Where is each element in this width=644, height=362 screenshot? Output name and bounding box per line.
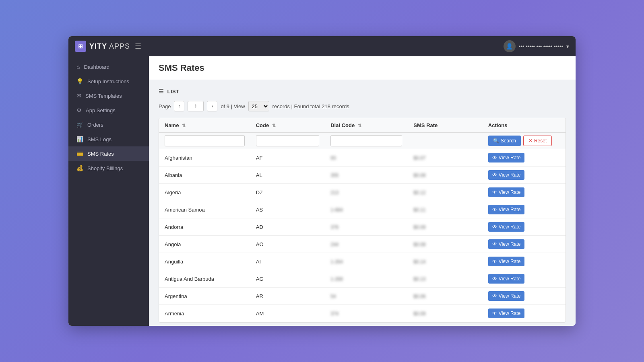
list-icon: ☰ [159, 88, 164, 95]
eye-icon: 👁 [492, 189, 497, 195]
cell-sms-rate: $0.14 [408, 253, 483, 270]
next-page-button[interactable]: › [207, 101, 217, 111]
sidebar: ⌂ Dashboard 💡 Setup Instructions ✉ SMS T… [68, 56, 149, 326]
sidebar-item-shopify-billings[interactable]: 💰 Shopify Billings [68, 161, 149, 175]
page-body: ☰ LIST Page ‹ › of 9 | View 10 25 50 100 [149, 80, 576, 326]
page-number-input[interactable] [188, 101, 204, 111]
table-row: ArmeniaAM374$0.09👁 View Rate [159, 305, 566, 322]
cell-actions: 👁 View Rate [483, 184, 566, 201]
th-code: Code ⇅ [250, 118, 325, 133]
search-icon: 🔍 [493, 138, 499, 144]
sidebar-item-app-settings[interactable]: ⚙ App Settings [68, 103, 149, 117]
cell-code: AL [250, 167, 325, 184]
page-header: SMS Rates [149, 56, 576, 80]
filter-name-cell [159, 133, 250, 149]
table-row: AlgeriaDZ213$0.12👁 View Rate [159, 184, 566, 201]
view-rate-button[interactable]: 👁 View Rate [488, 170, 524, 180]
filter-code-cell [250, 133, 325, 149]
prev-page-button[interactable]: ‹ [174, 101, 184, 111]
eye-icon: 👁 [492, 241, 497, 247]
eye-icon: 👁 [492, 207, 497, 212]
sidebar-item-sms-templates[interactable]: ✉ SMS Templates [68, 88, 149, 103]
sidebar-item-setup-instructions[interactable]: 💡 Setup Instructions [68, 74, 149, 88]
eye-icon: 👁 [492, 172, 497, 178]
view-rate-button[interactable]: 👁 View Rate [488, 205, 524, 214]
table-body: AfghanistanAF93$0.07👁 View RateAlbaniaAL… [159, 149, 566, 322]
user-label: ••• ••••• ••• ••••• ••••• [519, 43, 563, 49]
filter-code-input[interactable] [256, 135, 320, 146]
page-label: Page [159, 103, 171, 109]
cell-code: AF [250, 149, 325, 167]
logo-text: YITY APPS [89, 42, 130, 51]
sms-rates-table: Name ⇅ Code ⇅ Dial Code ⇅ [159, 118, 566, 322]
view-rate-button[interactable]: 👁 View Rate [488, 187, 524, 197]
filter-name-input[interactable] [165, 135, 245, 146]
envelope-icon: ✉ [76, 93, 81, 99]
table-row: AngolaAO244$0.08👁 View Rate [159, 236, 566, 253]
reset-button[interactable]: ✕ Reset [523, 136, 552, 146]
cell-code: AI [250, 253, 325, 270]
view-rate-button[interactable]: 👁 View Rate [488, 239, 524, 249]
sidebar-item-sms-logs[interactable]: 📊 SMS Logs [68, 132, 149, 146]
pagination-bar: Page ‹ › of 9 | View 10 25 50 100 record… [159, 101, 566, 111]
eye-icon: 👁 [492, 276, 497, 282]
cell-code: DZ [250, 184, 325, 201]
sort-code-icon[interactable]: ⇅ [272, 123, 276, 128]
th-sms-rate: SMS Rate [408, 118, 483, 133]
eye-icon: 👁 [492, 155, 497, 160]
lightbulb-icon: 💡 [76, 78, 83, 84]
list-label: LIST [167, 88, 180, 95]
view-rate-button[interactable]: 👁 View Rate [488, 274, 524, 284]
cell-name: American Samoa [159, 201, 250, 218]
logo: ⊞ YITY APPS [75, 41, 130, 52]
list-header: ☰ LIST [159, 88, 566, 95]
cell-dial-code: 1-268 [325, 270, 408, 288]
cart-icon: 🛒 [76, 121, 83, 128]
view-rate-button[interactable]: 👁 View Rate [488, 153, 524, 162]
topbar: ⊞ YITY APPS ☰ 👤 ••• ••••• ••• ••••• ••••… [68, 36, 576, 56]
sidebar-item-orders[interactable]: 🛒 Orders [68, 117, 149, 132]
dropdown-icon[interactable]: ▾ [566, 43, 569, 49]
cell-name: Afghanistan [159, 149, 250, 167]
eye-icon: 👁 [492, 311, 497, 316]
table-row: Antigua And BarbudaAG1-268$0.13👁 View Ra… [159, 270, 566, 288]
th-dial-code: Dial Code ⇅ [325, 118, 408, 133]
cell-code: AM [250, 305, 325, 322]
filter-actions-cell: 🔍 Search ✕ Reset [483, 133, 566, 149]
table-row: American SamoaAS1-684$0.11👁 View Rate [159, 201, 566, 218]
table-container: Name ⇅ Code ⇅ Dial Code ⇅ [159, 118, 566, 323]
view-rate-button[interactable]: 👁 View Rate [488, 257, 524, 266]
table-row: AndorraAD376$0.09👁 View Rate [159, 218, 566, 236]
cell-name: Angola [159, 236, 250, 253]
sort-name-icon[interactable]: ⇅ [182, 123, 186, 128]
page-title: SMS Rates [159, 63, 566, 73]
filter-actions: 🔍 Search ✕ Reset [488, 136, 560, 146]
cell-dial-code: 1-684 [325, 201, 408, 218]
filter-dial-input[interactable] [330, 135, 402, 146]
per-page-select[interactable]: 10 25 50 100 [248, 101, 269, 111]
view-rate-button[interactable]: 👁 View Rate [488, 291, 524, 301]
sort-dial-icon[interactable]: ⇅ [358, 123, 361, 128]
cell-actions: 👁 View Rate [483, 288, 566, 305]
filter-dial-cell [325, 133, 408, 149]
cell-sms-rate: $0.13 [408, 270, 483, 288]
cell-sms-rate: $0.08 [408, 167, 483, 184]
cell-dial-code: 54 [325, 288, 408, 305]
of-label: of 9 | View [221, 103, 245, 109]
search-button[interactable]: 🔍 Search [488, 136, 521, 146]
cell-actions: 👁 View Rate [483, 149, 566, 167]
hamburger-icon[interactable]: ☰ [135, 42, 141, 51]
sidebar-item-sms-rates[interactable]: 💳 SMS Rates [68, 146, 149, 161]
cell-dial-code: 213 [325, 184, 408, 201]
cell-name: Andorra [159, 218, 250, 236]
view-rate-button[interactable]: 👁 View Rate [488, 309, 524, 318]
view-rate-button[interactable]: 👁 View Rate [488, 222, 524, 232]
cell-name: Armenia [159, 305, 250, 322]
th-actions: Actions [483, 118, 566, 133]
eye-icon: 👁 [492, 224, 497, 230]
cell-sms-rate: $0.09 [408, 305, 483, 322]
sidebar-item-dashboard[interactable]: ⌂ Dashboard [68, 60, 149, 74]
cell-sms-rate: $0.12 [408, 184, 483, 201]
cell-actions: 👁 View Rate [483, 218, 566, 236]
cell-code: AD [250, 218, 325, 236]
